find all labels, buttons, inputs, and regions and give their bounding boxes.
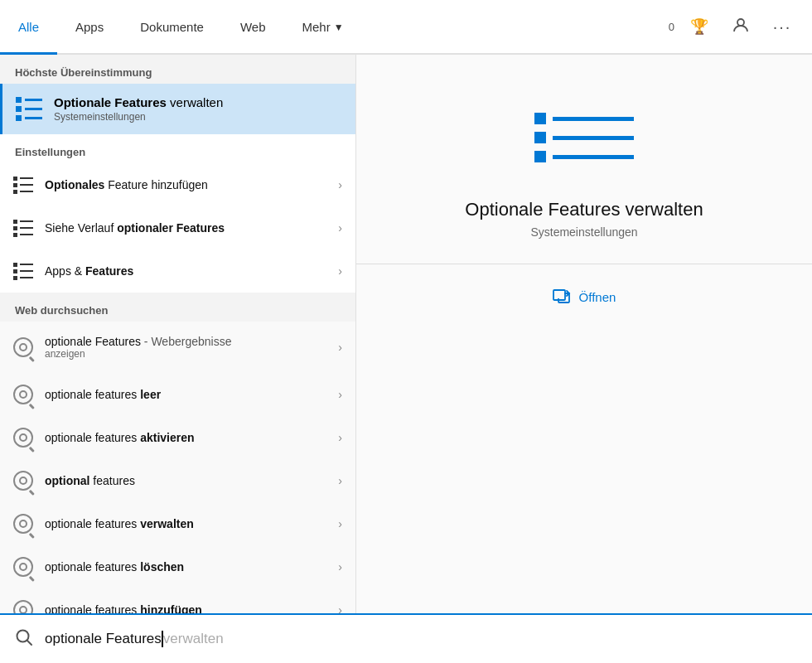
web-item-text-3: optional features — [45, 474, 326, 487]
chevron-right-icon-web-2: › — [338, 431, 342, 444]
detail-icon — [534, 96, 634, 179]
chevron-right-icon-web-1: › — [338, 388, 342, 401]
chevron-down-icon: ▼ — [334, 22, 344, 33]
tab-web[interactable]: Web — [222, 2, 284, 55]
web-item-text-5: optionale features löschen — [45, 560, 326, 573]
top-result-subtitle: Systemeinstellungen — [54, 111, 223, 123]
chevron-right-icon-web-3: › — [338, 474, 342, 487]
svg-line-3 — [27, 640, 32, 645]
search-icon-5 — [13, 557, 33, 577]
right-panel: Optionale Features verwalten Systemeinst… — [356, 55, 812, 613]
web-section: Web durchsuchen optionale Features - Web… — [0, 293, 355, 613]
top-result-header: Höchste Übereinstimmung — [0, 55, 355, 84]
settings-header: Einstellungen — [0, 134, 355, 163]
chevron-right-icon-1: › — [338, 221, 342, 235]
web-item-text-0: optionale Features - Webergebnisse anzei… — [45, 335, 326, 360]
settings-item-text-0: Optionales Feature hinzufügen — [45, 178, 326, 191]
web-item-text-4: optionale features verwalten — [45, 517, 326, 530]
top-nav: Alle Apps Dokumente Web Mehr ▼ 0 🏆 ··· — [0, 0, 812, 55]
web-item-2[interactable]: optionale features aktivieren › — [0, 416, 355, 459]
trophy-button[interactable]: 🏆 — [681, 8, 718, 45]
open-button[interactable]: Öffnen — [544, 284, 625, 309]
list-icon-small-1 — [13, 218, 33, 238]
open-icon — [553, 289, 571, 304]
left-panel: Höchste Übereinstimmung Optionale Featur… — [0, 55, 356, 613]
settings-section: Einstellungen Optionales Feature hinzufü… — [0, 134, 355, 293]
svg-rect-1 — [553, 290, 565, 300]
top-result-item[interactable]: Optionale Features verwalten Systemeinst… — [0, 84, 355, 134]
main-area: Höchste Übereinstimmung Optionale Featur… — [0, 55, 812, 613]
list-icon — [16, 96, 42, 123]
web-item-5[interactable]: optionale features löschen › — [0, 545, 355, 588]
settings-item-text-2: Apps & Features — [45, 264, 326, 278]
detail-title: Optionale Features verwalten — [465, 199, 703, 220]
chevron-right-icon-web-6: › — [338, 603, 342, 613]
more-button[interactable]: ··· — [764, 8, 800, 45]
open-label[interactable]: Öffnen — [579, 290, 616, 304]
search-suggest-text: verwalten — [163, 631, 224, 647]
trophy-icon: 🏆 — [690, 17, 708, 36]
chevron-right-icon-web-5: › — [338, 560, 342, 573]
web-item-6[interactable]: optionale features hinzufügen › — [0, 588, 355, 613]
detail-divider — [356, 264, 812, 264]
web-item-0[interactable]: optionale Features - Webergebnisse anzei… — [0, 322, 355, 373]
web-item-text-6: optionale features hinzufügen — [45, 603, 326, 613]
search-icon-0 — [13, 337, 33, 357]
web-item-4[interactable]: optionale features verwalten › — [0, 502, 355, 545]
web-item-3[interactable]: optional features › — [0, 459, 355, 502]
search-bar: optionale Features verwalten — [0, 613, 812, 663]
detail-subtitle: Systemeinstellungen — [530, 225, 637, 239]
search-icon-4 — [13, 514, 33, 534]
search-bar-icon — [15, 628, 33, 651]
search-icon-1 — [13, 385, 33, 404]
search-input-area[interactable]: optionale Features verwalten — [45, 631, 797, 647]
settings-item-0[interactable]: Optionales Feature hinzufügen › — [0, 163, 355, 206]
nav-right-actions: 0 🏆 ··· — [669, 0, 812, 53]
list-icon-small-2 — [13, 261, 33, 281]
chevron-right-icon-2: › — [338, 264, 342, 278]
tab-alle[interactable]: Alle — [0, 2, 57, 55]
settings-item-text-1: Siehe Verlauf optionaler Features — [45, 221, 326, 235]
search-icon-3 — [13, 471, 33, 491]
search-icon-2 — [13, 428, 33, 448]
more-icon: ··· — [773, 17, 792, 36]
web-item-1[interactable]: optionale features leer › — [0, 373, 355, 416]
chevron-right-icon-web-4: › — [338, 517, 342, 530]
chevron-right-icon-0: › — [338, 178, 342, 191]
settings-item-1[interactable]: Siehe Verlauf optionaler Features › — [0, 206, 355, 249]
tab-apps[interactable]: Apps — [57, 2, 122, 55]
svg-point-0 — [737, 19, 744, 26]
tab-mehr[interactable]: Mehr ▼ — [284, 2, 362, 55]
web-item-text-2: optionale features aktivieren — [45, 431, 326, 444]
settings-item-2[interactable]: Apps & Features › — [0, 249, 355, 293]
tab-dokumente[interactable]: Dokumente — [122, 2, 222, 55]
chevron-right-icon-web-0: › — [338, 341, 342, 354]
web-search-header: Web durchsuchen — [0, 293, 355, 322]
badge-count: 0 — [669, 21, 674, 33]
web-item-text-1: optionale features leer — [45, 388, 326, 401]
search-typed-text: optionale Features — [45, 631, 162, 647]
search-icon-6 — [13, 600, 33, 613]
top-result-title: Optionale Features verwalten — [54, 95, 223, 109]
profile-icon — [732, 17, 749, 37]
profile-button[interactable] — [723, 8, 759, 45]
list-icon-small — [13, 175, 33, 195]
